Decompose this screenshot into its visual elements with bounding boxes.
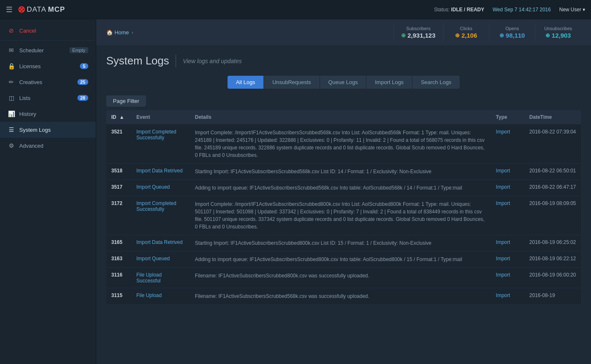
logo: ⊗ DATA MCP bbox=[18, 4, 65, 15]
cell-event: Import Data Retrived bbox=[131, 164, 190, 180]
cell-id: 3518 bbox=[106, 164, 131, 180]
cell-event: File Upload Successful bbox=[131, 268, 190, 288]
topnav-datetime: Wed Sep 7 14:42:17 2016 bbox=[493, 7, 551, 13]
status-value: IDLE / READY bbox=[451, 7, 484, 13]
cell-details: Filename: IF1ActiveSubscribersScrubbed80… bbox=[190, 268, 491, 288]
page-divider bbox=[176, 55, 176, 67]
clicks-value: ⊕ 2,106 bbox=[451, 32, 481, 39]
licenses-icon: 🔒 bbox=[8, 63, 15, 69]
layout: ⊘ Cancel ✉ Scheduler Empty 🔒 Licenses 5 … bbox=[0, 19, 591, 364]
logs-table: ID ▲ Event Details Type DateTime 3521 Im… bbox=[106, 110, 581, 305]
opens-arrow: ⊕ bbox=[499, 32, 504, 38]
advanced-label: Advanced bbox=[19, 143, 88, 149]
cell-type: Import bbox=[491, 180, 524, 196]
tab-import-logs[interactable]: Import Logs bbox=[366, 76, 412, 89]
cell-type: Import bbox=[491, 268, 524, 288]
topnav-right: Status: IDLE / READY Wed Sep 7 14:42:17 … bbox=[434, 7, 585, 13]
cell-details: Filename: IF1ActiveSubscribersScrubbed56… bbox=[190, 288, 491, 305]
cell-type: Import bbox=[491, 251, 524, 268]
cell-datetime: 2016-08-19 bbox=[524, 288, 581, 305]
cell-id: 3165 bbox=[106, 235, 131, 251]
tab-queue-logs[interactable]: Queue Logs bbox=[320, 76, 367, 89]
unsubscribes-num: 12,903 bbox=[552, 32, 571, 39]
sidebar-item-licenses[interactable]: 🔒 Licenses 5 bbox=[0, 58, 96, 74]
subscribers-arrow: ⊕ bbox=[401, 32, 406, 38]
cell-details: Starting Import: IF1ActiveSubscribersScr… bbox=[190, 235, 491, 251]
sidebar-item-advanced[interactable]: ⚙ Advanced bbox=[0, 138, 96, 154]
cell-type: Import bbox=[491, 164, 524, 180]
cell-id: 3517 bbox=[106, 180, 131, 196]
table-row: 3518 Import Data Retrived Starting Impor… bbox=[106, 164, 581, 180]
logo-mcp: MCP bbox=[48, 5, 65, 14]
tab-unsub-requests[interactable]: UnsubRequests bbox=[264, 76, 320, 89]
sidebar-item-systemlogs[interactable]: ☰ System Logs bbox=[0, 122, 96, 138]
topnav: ☰ ⊗ DATA MCP Status: IDLE / READY Wed Se… bbox=[0, 0, 591, 19]
cell-datetime: 2016-08-22 07:39:04 bbox=[524, 125, 581, 164]
opens-label: Opens bbox=[497, 26, 527, 31]
page-subtitle: View logs and updates bbox=[183, 58, 242, 64]
cell-datetime: 2016-08-19 06:25:02 bbox=[524, 235, 581, 251]
cell-id: 3172 bbox=[106, 196, 131, 235]
licenses-label: Licenses bbox=[19, 63, 76, 69]
table-row: 3172 Import Completed Successfully Impor… bbox=[106, 196, 581, 235]
creatives-badge: 25 bbox=[77, 79, 88, 85]
topnav-user[interactable]: New User bbox=[559, 7, 585, 13]
stat-unsubscribes: Unsubscribes ⊕ 12,903 bbox=[535, 23, 581, 41]
history-label: History bbox=[19, 111, 88, 117]
tab-all-logs[interactable]: All Logs bbox=[228, 76, 264, 89]
breadcrumb-sep: › bbox=[131, 29, 133, 36]
table-row: 3115 File Upload Filename: IF1ActiveSubs… bbox=[106, 288, 581, 305]
cell-datetime: 2016-08-22 06:50:01 bbox=[524, 164, 581, 180]
opens-num: 98,110 bbox=[506, 32, 525, 39]
col-details: Details bbox=[190, 110, 491, 125]
hamburger-icon[interactable]: ☰ bbox=[6, 5, 13, 14]
sidebar-item-scheduler[interactable]: ✉ Scheduler Empty bbox=[0, 42, 96, 58]
logo-data: DATA bbox=[27, 5, 46, 14]
cell-id: 3115 bbox=[106, 288, 131, 305]
scheduler-icon: ✉ bbox=[8, 47, 15, 54]
cell-details: Import Complete: /import/IF1ActiveSubscr… bbox=[190, 196, 491, 235]
stat-clicks: Clicks ⊕ 2,106 bbox=[443, 23, 489, 41]
cell-id: 3163 bbox=[106, 251, 131, 268]
cell-type: Import bbox=[491, 288, 524, 305]
cell-datetime: 2016-08-19 06:22:12 bbox=[524, 251, 581, 268]
cell-datetime: 2016-08-22 06:47:17 bbox=[524, 180, 581, 196]
tab-search-logs[interactable]: Search Logs bbox=[412, 76, 460, 89]
cell-id: 3116 bbox=[106, 268, 131, 288]
sidebar: ⊘ Cancel ✉ Scheduler Empty 🔒 Licenses 5 … bbox=[0, 19, 96, 364]
cancel-icon: ⊘ bbox=[8, 27, 15, 34]
sidebar-item-lists[interactable]: ◫ Lists 28 bbox=[0, 90, 96, 106]
table-row: 3165 Import Data Retrived Starting Impor… bbox=[106, 235, 581, 251]
main-content: 🏠 Home › Subscribers ⊕ 2,931,123 Clicks … bbox=[96, 19, 591, 364]
cell-event: File Upload bbox=[131, 288, 190, 305]
lists-label: Lists bbox=[19, 95, 73, 101]
col-id[interactable]: ID ▲ bbox=[106, 110, 131, 125]
systemlogs-icon: ☰ bbox=[8, 126, 15, 133]
stats-bar: Subscribers ⊕ 2,931,123 Clicks ⊕ 2,106 O… bbox=[393, 23, 581, 41]
sidebar-item-history[interactable]: 📊 History bbox=[0, 106, 96, 122]
sidebar-item-creatives[interactable]: ✏ Creatives 25 bbox=[0, 74, 96, 90]
table-row: 3517 Import Queued Adding to import queu… bbox=[106, 180, 581, 196]
systemlogs-label: System Logs bbox=[19, 127, 88, 133]
table-wrap: ID ▲ Event Details Type DateTime 3521 Im… bbox=[96, 110, 591, 315]
cell-details: Starting Import: IF1ActiveSubscribersScr… bbox=[190, 164, 491, 180]
subscribers-num: 2,931,123 bbox=[407, 32, 435, 39]
logo-icon: ⊗ bbox=[18, 4, 25, 15]
clicks-arrow: ⊕ bbox=[455, 32, 460, 38]
breadcrumb-home[interactable]: 🏠 Home bbox=[106, 29, 129, 36]
status-label: Status: IDLE / READY bbox=[434, 7, 484, 13]
cell-id: 3521 bbox=[106, 125, 131, 164]
sidebar-item-cancel[interactable]: ⊘ Cancel bbox=[0, 23, 96, 38]
col-datetime: DateTime bbox=[524, 110, 581, 125]
table-row: 3163 Import Queued Adding to import queu… bbox=[106, 251, 581, 268]
lists-icon: ◫ bbox=[8, 95, 15, 101]
cell-event: Import Queued bbox=[131, 180, 190, 196]
page-filter-button[interactable]: Page Filter bbox=[106, 95, 146, 107]
table-header: ID ▲ Event Details Type DateTime bbox=[106, 110, 581, 125]
lists-badge: 28 bbox=[77, 95, 88, 101]
cancel-label: Cancel bbox=[19, 28, 88, 34]
cell-details: Adding to import queue: IF1ActiveSubscri… bbox=[190, 180, 491, 196]
breadcrumb-bar: 🏠 Home › Subscribers ⊕ 2,931,123 Clicks … bbox=[96, 19, 591, 46]
clicks-num: 2,106 bbox=[461, 32, 477, 39]
subscribers-label: Subscribers bbox=[401, 26, 435, 31]
